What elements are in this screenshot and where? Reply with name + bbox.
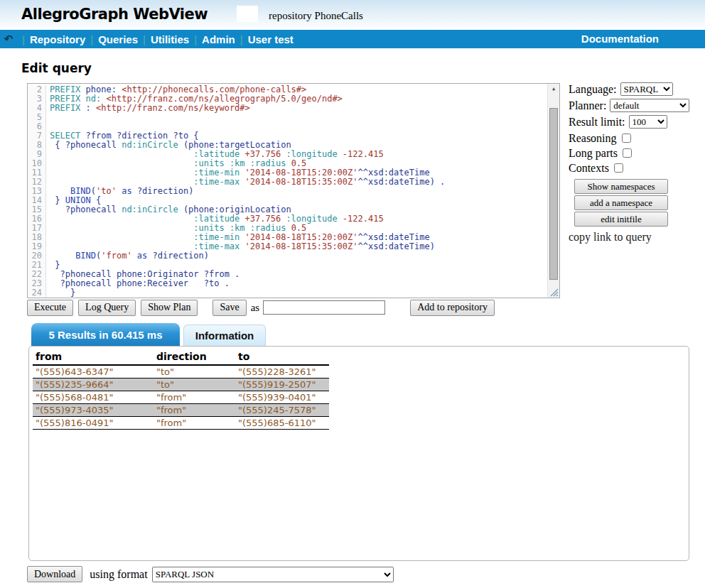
code-line[interactable]: 23 ?phonecall phone:Receiver ?to .	[28, 279, 547, 288]
show-plan-button[interactable]: Show Plan	[141, 300, 198, 316]
banner: AllegroGraph WebView repository PhoneCal…	[0, 0, 705, 30]
webview-page: AllegroGraph WebView repository PhoneCal…	[0, 0, 705, 588]
cell-from: "(555)816-0491"	[33, 417, 154, 430]
navbar: ↶ |Repository|Queries|Utilities|Admin|Us…	[0, 30, 705, 48]
table-header-row: fromdirectionto	[33, 349, 329, 365]
line-number: 24	[28, 288, 46, 298]
as-label: as	[251, 302, 260, 314]
option-toggles: ReasoningLong partsContexts	[569, 131, 704, 175]
execute-button[interactable]: Execute	[27, 300, 73, 316]
format-select[interactable]: SPARQL JSON	[152, 567, 394, 582]
cell-from: "(555)235-9664"	[33, 379, 154, 391]
tab-information[interactable]: Information	[183, 325, 266, 346]
banner-spacer	[237, 6, 258, 22]
nav-separator: |	[22, 33, 25, 45]
contexts-row: Contexts	[569, 160, 704, 175]
planner-label: Planner:	[569, 99, 606, 112]
planner-row: Planner: default	[569, 98, 704, 113]
nav-separator: |	[240, 33, 243, 45]
code-text[interactable]: }	[46, 288, 75, 298]
results-panel: fromdirectionto "(555)643-6347""to""(555…	[28, 346, 689, 561]
contexts-checkbox[interactable]	[614, 163, 623, 173]
results-table: fromdirectionto "(555)643-6347""to""(555…	[33, 349, 329, 430]
copy-link-to-query[interactable]: copy link to query	[569, 231, 704, 244]
nav-separator: |	[90, 33, 93, 45]
long-parts-row: Long parts	[569, 146, 704, 160]
code-text[interactable]: BIND('from' as ?direction)	[46, 251, 209, 261]
cell-direction: "to"	[154, 365, 235, 379]
download-button[interactable]: Download	[27, 566, 82, 582]
back-arrow-icon[interactable]: ↶	[0, 33, 17, 45]
editor-lines[interactable]: 2PREFIX phone: <http://phonecalls.com/ph…	[28, 85, 547, 298]
result-limit-label: Result limit:	[569, 116, 625, 129]
contexts-label: Contexts	[569, 162, 609, 175]
cell-direction: "from"	[154, 404, 235, 417]
table-row: "(555)973-4035""from""(555)245-7578"	[33, 404, 329, 417]
action-row: Execute Log Query Show Plan Save as Add …	[27, 299, 495, 316]
result-limit-row: Result limit: 100	[569, 114, 704, 129]
language-select[interactable]: SPARQL	[620, 82, 673, 96]
format-label: using format	[90, 568, 147, 581]
nav-item-repository[interactable]: Repository	[30, 33, 85, 45]
cell-to: "(555)919-2507"	[235, 379, 329, 391]
code-line[interactable]: 5	[28, 113, 547, 122]
tab-results[interactable]: 5 Results in 60.415 ms	[31, 323, 180, 346]
nav-item-queries[interactable]: Queries	[98, 33, 138, 45]
cell-direction: "to"	[154, 379, 235, 391]
language-label: Language:	[569, 83, 617, 96]
nav-items: |Repository|Queries|Utilities|Admin|User…	[17, 33, 294, 45]
cell-from: "(555)973-4035"	[33, 404, 154, 417]
add-to-repository-button[interactable]: Add to repository	[410, 300, 495, 316]
reasoning-row: Reasoning	[569, 131, 704, 146]
save-button[interactable]: Save	[212, 300, 246, 316]
save-name-input[interactable]	[263, 300, 385, 315]
code-text[interactable]	[46, 113, 50, 122]
reasoning-checkbox[interactable]	[622, 134, 631, 143]
table-row: "(555)643-6347""to""(555)228-3261"	[33, 365, 329, 379]
edit-initfile-button[interactable]: edit initfile	[574, 212, 668, 227]
scroll-up-icon[interactable]: ▲	[548, 84, 559, 94]
result-limit-select[interactable]: 100	[629, 115, 667, 129]
repository-label: repository PhoneCalls	[269, 10, 363, 22]
column-header-direction: direction	[154, 349, 235, 365]
column-header-to: to	[235, 349, 329, 365]
log-query-button[interactable]: Log Query	[78, 300, 136, 316]
cell-to: "(555)685-6110"	[235, 417, 329, 430]
nav-item-admin[interactable]: Admin	[202, 33, 235, 45]
long-parts-label: Long parts	[569, 147, 618, 160]
code-text[interactable]: PREFIX : <http://franz.com/ns/keyword#>	[46, 104, 250, 113]
cell-direction: "from"	[154, 417, 235, 430]
nav-separator: |	[143, 33, 146, 45]
code-line[interactable]: 24 }	[28, 288, 547, 298]
code-line[interactable]: 13 BIND('to' as ?direction)	[28, 187, 547, 196]
add-a-namespace-button[interactable]: add a namespace	[574, 195, 668, 210]
result-tabs: 5 Results in 60.415 ms Information	[31, 323, 266, 346]
language-row: Language: SPARQL	[569, 82, 704, 97]
code-line[interactable]: 4PREFIX : <http://franz.com/ns/keyword#>	[28, 104, 547, 113]
cell-direction: "from"	[154, 391, 235, 404]
scrollbar-thumb[interactable]	[549, 108, 558, 280]
cell-to: "(555)228-3261"	[235, 365, 329, 379]
code-line[interactable]: 20 BIND('from' as ?direction)	[28, 251, 547, 261]
table-row: "(555)235-9664""to""(555)919-2507"	[33, 379, 329, 391]
cell-to: "(555)939-0401"	[235, 391, 329, 404]
planner-select[interactable]: default	[610, 99, 689, 112]
cell-from: "(555)568-0481"	[33, 391, 154, 404]
long-parts-checkbox[interactable]	[623, 148, 632, 158]
nav-item-documentation[interactable]: Documentation	[581, 30, 659, 48]
table-row: "(555)568-0481""from""(555)939-0401"	[33, 391, 329, 404]
nav-item-user-test[interactable]: User test	[248, 33, 294, 45]
editor-scrollbar[interactable]: ▲	[547, 84, 559, 298]
reasoning-label: Reasoning	[569, 132, 617, 145]
query-options-sidebar: Language: SPARQL Planner: default Result…	[569, 82, 704, 244]
query-editor[interactable]: 2PREFIX phone: <http://phonecalls.com/ph…	[27, 83, 560, 298]
page-title: Edit query	[21, 61, 92, 75]
show-namespaces-button[interactable]: Show namespaces	[574, 179, 668, 194]
cell-from: "(555)643-6347"	[33, 365, 154, 379]
resize-grip-icon[interactable]	[549, 288, 559, 297]
namespace-buttons: Show namespacesadd a namespaceedit initf…	[569, 179, 704, 227]
nav-item-utilities[interactable]: Utilities	[151, 33, 189, 45]
download-row: Download using format SPARQL JSON	[27, 566, 394, 582]
table-row: "(555)816-0491""from""(555)685-6110"	[33, 417, 329, 430]
app-title: AllegroGraph WebView	[21, 6, 208, 23]
